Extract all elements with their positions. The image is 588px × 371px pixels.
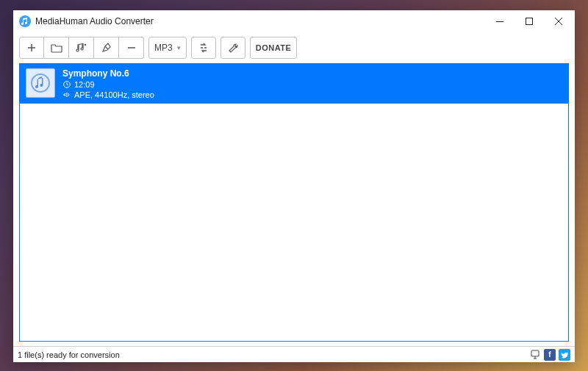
add-file-button[interactable] [19,37,44,59]
svg-point-2 [32,74,49,92]
status-bar: 1 file(s) ready for conversion f [13,346,575,362]
status-text: 1 file(s) ready for conversion [18,350,120,359]
updates-icon[interactable] [529,349,541,361]
speaker-icon [62,91,71,99]
status-right: f [529,349,570,361]
facebook-link[interactable]: f [544,349,556,361]
svg-rect-4 [531,350,539,356]
track-duration: 12:09 [74,80,95,89]
donate-button[interactable]: DONATE [250,37,298,59]
app-icon [19,15,31,27]
duration-line: 12:09 [62,80,154,89]
maximize-button[interactable] [514,10,544,32]
window-controls [485,10,573,32]
wrench-icon [227,43,239,53]
svg-rect-1 [526,18,533,25]
donate-label: DONATE [256,43,292,52]
itunes-button[interactable] [69,37,94,59]
music-library-icon [76,43,87,53]
app-window: MediaHuman Audio Converter [13,10,575,362]
remove-button[interactable] [119,37,144,59]
add-folder-button[interactable] [44,37,69,59]
audio-info-line: APE, 44100Hz, stereo [62,90,154,99]
album-art [26,68,55,98]
toolbar: MP3 ▾ DONATE [13,32,575,63]
svg-rect-0 [496,21,503,22]
file-button-group [19,37,144,59]
title-bar: MediaHuman Audio Converter [13,10,575,32]
chevron-down-icon: ▾ [177,44,181,51]
close-button[interactable] [544,10,573,32]
settings-button[interactable] [220,37,245,59]
track-title: Symphony No.6 [62,68,154,79]
clock-icon [62,81,71,89]
convert-button[interactable] [191,37,216,59]
minus-icon [126,43,137,53]
output-format-dropdown[interactable]: MP3 ▾ [148,37,187,59]
track-row[interactable]: Symphony No.6 12:09 APE, 44100Hz, stereo [20,64,568,104]
track-list[interactable]: Symphony No.6 12:09 APE, 44100Hz, stereo [19,63,569,342]
track-audio-info: APE, 44100Hz, stereo [74,90,154,99]
convert-icon [198,43,209,53]
app-title: MediaHuman Audio Converter [35,16,154,26]
format-label: MP3 [154,43,173,53]
twitter-link[interactable] [559,349,570,361]
folder-icon [51,43,62,53]
clear-button[interactable] [94,37,119,59]
track-meta: Symphony No.6 12:09 APE, 44100Hz, stereo [62,68,154,99]
plus-icon [26,43,37,53]
broom-icon [101,43,112,53]
minimize-button[interactable] [485,10,514,32]
